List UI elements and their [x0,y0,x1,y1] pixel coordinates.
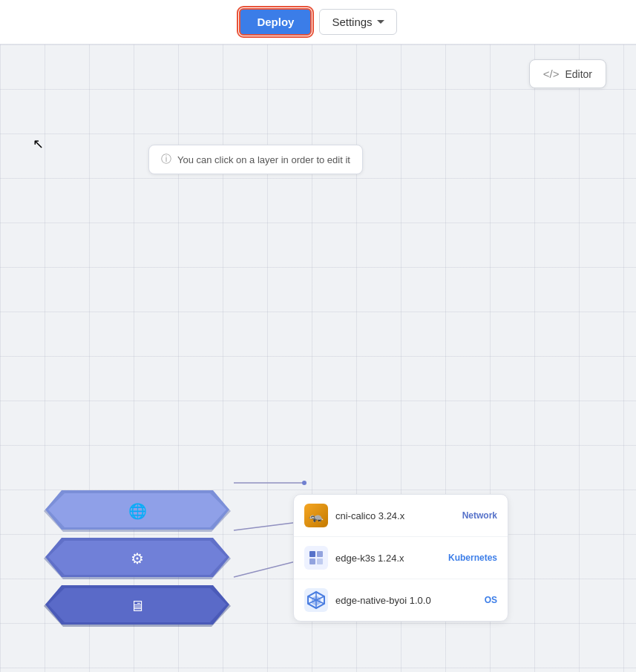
layer-item-native[interactable]: edge-native-byoi 1.0.0 OS [294,579,508,621]
svg-rect-18 [317,559,323,564]
calico-logo: 🦡 [304,504,328,527]
settings-label: Settings [332,16,372,28]
info-tooltip: ⓘ You can click on a layer in order to e… [148,145,363,174]
layers-panel: 🦡 cni-calico 3.24.x Network edge-k3s 1.2… [293,494,508,622]
chevron-down-icon [377,20,384,24]
calico-type: Network [462,510,497,521]
layer-item-k3s[interactable]: edge-k3s 1.24.x Kubernetes [294,537,508,579]
native-type: OS [485,595,497,605]
stack-layer-kubernetes[interactable]: ⚙ [41,536,234,581]
svg-rect-16 [317,551,323,557]
editor-button[interactable]: </> Editor [529,59,606,88]
svg-rect-15 [309,551,315,557]
k3s-name: edge-k3s 1.24.x [335,553,441,564]
layer-item-calico[interactable]: 🦡 cni-calico 3.24.x Network [294,495,508,537]
stack-layer-os[interactable]: 🖥 [41,584,234,628]
k3s-logo [304,546,328,570]
svg-rect-17 [309,559,315,564]
stack-diagram: 🌐 ⚙ 🖥 [41,489,234,631]
native-logo [304,588,328,612]
calico-name: cni-calico 3.24.x [335,510,455,521]
editor-label: Editor [565,68,592,80]
info-icon: ⓘ [161,153,171,166]
code-icon: </> [543,67,560,80]
os-layer-icon: 🖥 [130,598,145,615]
tooltip-text: You can click on a layer in order to edi… [177,154,350,165]
deploy-button[interactable]: Deploy [239,8,312,36]
network-layer-icon: 🌐 [128,502,147,520]
stack-layer-network[interactable]: 🌐 [41,489,234,533]
k3s-type: Kubernetes [448,553,497,563]
kubernetes-layer-icon: ⚙ [131,550,144,567]
toolbar: Deploy Settings [0,0,636,45]
settings-button[interactable]: Settings [319,9,396,35]
native-name: edge-native-byoi 1.0.0 [335,595,477,606]
